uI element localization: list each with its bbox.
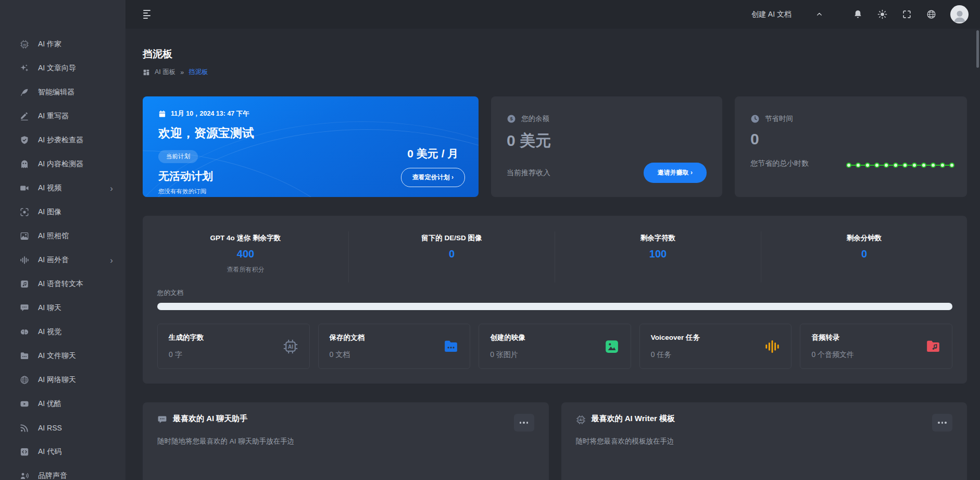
sidebar-item-photo-studio[interactable]: AI 照相馆	[0, 224, 125, 248]
dashboard-grid-icon	[143, 69, 150, 76]
sidebar-item-label: AI 抄袭检查器	[38, 136, 83, 145]
favorite-card: 最喜欢的 AI 聊天助手 随时随地将您最喜欢的 AI 聊天助手放在手边	[143, 402, 549, 480]
user-avatar[interactable]	[950, 5, 969, 23]
mini-stat-value: 0 张图片	[490, 350, 525, 360]
more-options-button[interactable]	[514, 414, 534, 432]
sidebar-item-label: AI 重写器	[38, 112, 69, 121]
favorite-card: AI 最喜欢的 AI Writer 模板 随时将您最喜欢的模板放在手边	[561, 402, 968, 480]
time-saved-title-row: 节省时间	[750, 114, 951, 124]
audio-folder-icon	[925, 339, 941, 354]
sidebar-item-brand-voice[interactable]: 品牌声音	[0, 464, 125, 480]
fullscreen-icon[interactable]	[902, 9, 912, 20]
mini-stat-title: 音频转录	[811, 333, 854, 342]
view-pricing-button[interactable]: 查看定价计划 ›	[401, 168, 465, 187]
usage-stat-link[interactable]: 查看所有积分	[143, 265, 348, 274]
sidebar-item-label: AI 视觉	[38, 327, 61, 337]
time-saved-subtitle: 您节省的总小时数	[750, 159, 809, 168]
sidebar-item-writer[interactable]: AI AI 作家	[0, 32, 125, 56]
chevron-up-icon	[815, 10, 823, 18]
sidebar-item-speech-to-text[interactable]: AI 语音转文本	[0, 272, 125, 296]
sidebar-item-chat[interactable]: AI 聊天	[0, 296, 125, 320]
theme-sun-icon[interactable]	[877, 9, 888, 20]
documents-progress-bar	[157, 303, 952, 310]
brand-voice-icon	[20, 471, 29, 480]
page-scrollbar[interactable]	[976, 30, 979, 68]
balance-title-row: $ 您的余额	[507, 114, 707, 124]
photo-gallery-icon	[20, 231, 29, 241]
usage-card: GPT 4o 迷你 剩余字数 400 查看所有积分 留下的 DE/SD 图像 0…	[143, 216, 967, 384]
invite-earn-button[interactable]: 邀请并赚取 ›	[644, 163, 707, 183]
sidebar-item-voiceover[interactable]: AI 画外音 ›	[0, 248, 125, 272]
balance-subtitle: 当前推荐收入	[507, 168, 550, 178]
mini-stat-card: 保存的文档 0 文档	[318, 324, 471, 369]
sidebar-item-label: AI 照相馆	[38, 231, 69, 241]
voice-note-icon	[20, 279, 29, 289]
app-root: AI AI 作家 AI 文章向导 智能编辑器 AI 重写器 AI 抄袭检查器 A…	[0, 0, 980, 480]
breadcrumb-root[interactable]: AI 面板	[155, 68, 175, 77]
waveform-icon	[20, 255, 29, 265]
rss-icon	[20, 423, 29, 433]
sidebar-item-label: AI 作家	[38, 40, 61, 49]
mini-stat-title: 保存的文档	[330, 333, 365, 342]
sidebar-item-vision[interactable]: AI 视觉	[0, 320, 125, 344]
svg-text:$: $	[510, 116, 513, 121]
breadcrumb-current[interactable]: 挡泥板	[189, 68, 208, 77]
favorites-row: 最喜欢的 AI 聊天助手 随时随地将您最喜欢的 AI 聊天助手放在手边 AI 最…	[143, 402, 967, 480]
sidebar-item-rewriter[interactable]: AI 重写器	[0, 104, 125, 128]
top-cards-row: 11月 10，2024 13: 47 下午 欢迎，资源宝测试 当前计划 无活动计…	[143, 96, 967, 197]
time-saved-sparkline	[845, 161, 956, 170]
breadcrumb: AI 面板 » 挡泥板	[143, 68, 967, 77]
favorite-card-title: 最喜欢的 AI Writer 模板	[592, 414, 675, 424]
sidebar-item-rss[interactable]: AI RSS	[0, 416, 125, 440]
sidebar-item-smart-editor[interactable]: 智能编辑器	[0, 80, 125, 104]
feather-icon	[20, 88, 29, 97]
sidebar-item-image[interactable]: AI 图像	[0, 200, 125, 224]
usage-stat-value: 0	[349, 248, 555, 260]
sidebar-item-video[interactable]: AI 视频 ›	[0, 176, 125, 200]
waveform-icon	[764, 339, 780, 354]
folder-dots-icon	[443, 339, 459, 354]
ai-chip-icon: AI	[283, 339, 298, 354]
chat-bubble-icon	[20, 303, 29, 313]
globe-icon	[20, 375, 29, 385]
sidebar-item-plagiarism-checker[interactable]: AI 抄袭检查器	[0, 128, 125, 152]
sidebar-item-label: AI 文件聊天	[38, 351, 76, 361]
sidebar-item-label: AI 网络聊天	[38, 375, 76, 385]
welcome-date-row: 11月 10，2024 13: 47 下午	[158, 109, 463, 118]
welcome-card: 11月 10，2024 13: 47 下午 欢迎，资源宝测试 当前计划 无活动计…	[143, 96, 479, 197]
calendar-icon	[158, 110, 166, 118]
robot-icon	[20, 159, 29, 169]
chat-bubble-icon	[157, 415, 167, 425]
breadcrumb-separator: »	[180, 69, 184, 76]
ai-chip-icon: AI	[20, 40, 29, 49]
create-ai-doc-dropdown[interactable]: 创建 AI 文档	[751, 10, 823, 19]
language-globe-icon[interactable]	[926, 9, 937, 20]
sidebar-item-article-wizard[interactable]: AI 文章向导	[0, 56, 125, 80]
sidebar-item-web-chat[interactable]: AI 网络聊天	[0, 368, 125, 392]
usage-stats-row: GPT 4o 迷你 剩余字数 400 查看所有积分 留下的 DE/SD 图像 0…	[143, 216, 967, 286]
time-saved-card: 节省时间 0 您节省的总小时数	[735, 96, 967, 197]
sidebar-item-youtube[interactable]: AI 优酷	[0, 392, 125, 416]
mini-stat-title: 创建的映像	[490, 333, 525, 342]
sidebar-item-label: 智能编辑器	[38, 88, 74, 97]
mini-stat-title: 生成的字数	[169, 333, 204, 342]
notifications-bell-icon[interactable]	[853, 9, 863, 20]
sidebar-item-label: 品牌声音	[38, 471, 67, 480]
svg-text:AI: AI	[288, 344, 293, 350]
sidebar-toggle-button[interactable]	[143, 10, 150, 19]
sidebar-item-file-chat[interactable]: AI 文件聊天	[0, 344, 125, 368]
sidebar-item-label: AI 内容检测器	[38, 159, 83, 169]
main-content: 挡泥板 AI 面板 » 挡泥板 11月 10，2024 13: 47 下午 欢迎…	[125, 29, 980, 480]
usage-stat-column: 留下的 DE/SD 图像 0	[349, 231, 555, 282]
chevron-right-icon: ›	[110, 256, 113, 265]
video-camera-icon	[20, 183, 29, 193]
sidebar-item-code[interactable]: AI 代码	[0, 440, 125, 464]
more-options-button[interactable]	[932, 414, 952, 432]
mini-stat-value: 0 个音频文件	[811, 350, 854, 360]
welcome-date: 11月 10，2024 13: 47 下午	[171, 109, 249, 118]
usage-stat-column: GPT 4o 迷你 剩余字数 400 查看所有积分	[143, 231, 349, 282]
mini-stat-card: 生成的字数 0 字 AI	[157, 324, 310, 369]
sidebar-item-content-detector[interactable]: AI 内容检测器	[0, 152, 125, 176]
create-ai-doc-label: 创建 AI 文档	[751, 10, 791, 19]
favorite-card-subtitle: 随时将您最喜欢的模板放在手边	[576, 437, 953, 446]
